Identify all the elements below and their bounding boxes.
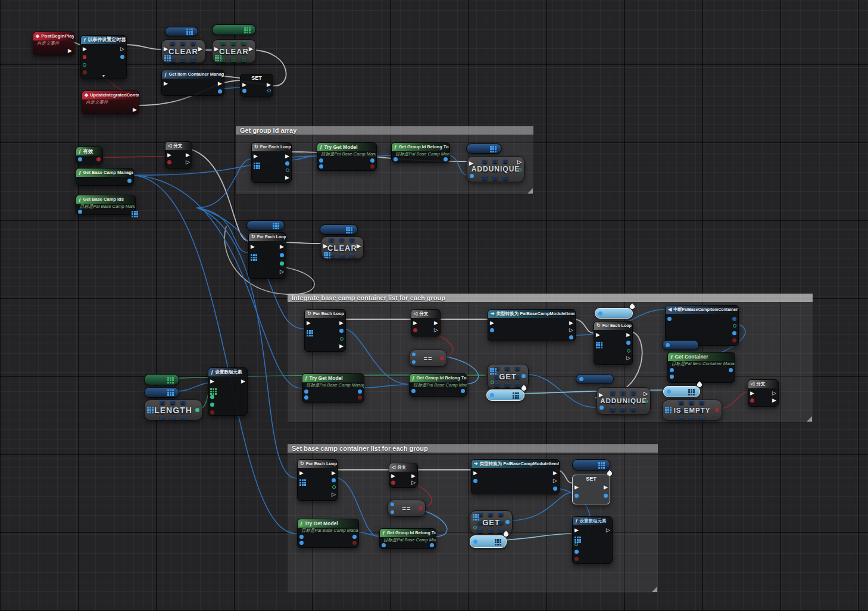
exec-out-pin[interactable]: ▶ xyxy=(218,81,222,86)
object-out-pin[interactable] xyxy=(120,55,124,59)
variable-pill-selected[interactable] xyxy=(470,535,507,548)
object-pin[interactable] xyxy=(598,311,602,316)
item-in-pin[interactable] xyxy=(210,403,214,407)
member-out-pin[interactable] xyxy=(733,324,736,328)
node-length[interactable]: LENGTH xyxy=(144,400,202,420)
array-out-pin[interactable] xyxy=(132,211,133,213)
array-pin[interactable] xyxy=(490,146,492,148)
object-in-pin[interactable] xyxy=(670,375,674,379)
index-out-pin[interactable] xyxy=(332,485,336,489)
loop-body-pin[interactable]: ▶ xyxy=(339,320,344,326)
condition-pin[interactable] xyxy=(167,160,171,164)
array-pin[interactable] xyxy=(167,377,169,379)
array-pin[interactable] xyxy=(244,27,246,29)
exec-out-pin[interactable]: ▶ xyxy=(357,244,361,249)
node-get-container[interactable]: ƒGet Container 目标是Pal Item Container Man… xyxy=(667,352,735,383)
object-pin[interactable] xyxy=(473,540,477,544)
exec-in-pin[interactable]: ▶ xyxy=(574,485,579,490)
object-out-pin[interactable] xyxy=(218,89,222,93)
completed-pin[interactable]: ▷ xyxy=(626,356,630,361)
exec-in-pin[interactable]: ▶ xyxy=(214,46,219,52)
array-in-pin[interactable] xyxy=(299,479,301,481)
array-pin[interactable] xyxy=(164,55,166,57)
object-pin[interactable] xyxy=(667,389,671,394)
object-out-pin[interactable] xyxy=(358,389,362,394)
object-in-pin[interactable] xyxy=(319,158,323,163)
node-set-2-selected[interactable]: SET ▶▶ xyxy=(572,475,610,504)
object-in-pin[interactable] xyxy=(78,157,82,161)
completed-pin[interactable]: ▷ xyxy=(280,269,284,275)
array-in-pin[interactable] xyxy=(254,163,255,164)
object-out-pin[interactable] xyxy=(461,389,465,393)
exec-in-pin[interactable]: ▶ xyxy=(473,470,477,476)
bool-in-pin[interactable] xyxy=(574,557,579,561)
object-in-pin[interactable] xyxy=(319,164,323,169)
variable-pill[interactable] xyxy=(246,220,285,230)
value-in-pin[interactable] xyxy=(391,510,394,514)
variable-pill[interactable] xyxy=(144,374,179,385)
completed-pin[interactable]: ▶ xyxy=(285,175,289,180)
array-pin[interactable] xyxy=(513,392,514,394)
completed-pin[interactable]: ▶ xyxy=(339,344,344,349)
variable-pill[interactable] xyxy=(165,27,198,36)
exec-in-pin[interactable]: ▶ xyxy=(254,154,258,159)
node-get-group-id-belong-to-1[interactable]: ƒGet Group Id Belong To 目标是Pal Base Camp… xyxy=(391,142,450,163)
false-exec-pin[interactable]: ▷ xyxy=(186,160,190,165)
value-in-pin[interactable] xyxy=(412,360,416,364)
variable-pill-selected[interactable] xyxy=(663,386,700,397)
array-pin[interactable] xyxy=(215,55,217,57)
node-equals-2[interactable]: == xyxy=(388,500,426,517)
array-pin[interactable] xyxy=(346,227,348,229)
value-in-pin[interactable] xyxy=(412,353,416,356)
loop-body-pin[interactable]: ▶ xyxy=(332,470,336,476)
element-out-pin[interactable] xyxy=(505,520,510,524)
node-clear-2[interactable]: CLEAR ▶ ▶ xyxy=(212,39,256,63)
object-in-pin[interactable] xyxy=(304,389,308,394)
object-in-pin[interactable] xyxy=(600,406,604,410)
node-for-each-loop-2[interactable]: ↻For Each Loop ▶▶ ▷ xyxy=(248,232,286,279)
exec-in-pin[interactable]: ▶ xyxy=(469,161,474,166)
node-branch-0[interactable]: ◁分支 ▶▶ ▷ xyxy=(165,141,192,169)
object-in-pin[interactable] xyxy=(382,543,386,547)
exec-out-pin[interactable]: ▷ xyxy=(120,46,124,52)
exec-in-pin[interactable]: ▶ xyxy=(307,320,311,326)
variable-pill[interactable] xyxy=(662,340,699,350)
int-out-pin[interactable] xyxy=(195,408,199,412)
exec-out-pin[interactable]: ▶ xyxy=(604,485,608,490)
object-in-pin[interactable] xyxy=(470,174,474,178)
bool-out-pin[interactable] xyxy=(419,506,423,510)
condition-pin[interactable] xyxy=(391,481,395,485)
array-in-pin[interactable] xyxy=(307,330,308,332)
object-in-pin[interactable] xyxy=(242,89,246,93)
exec-in-pin[interactable]: ▶ xyxy=(167,152,171,158)
node-addunique-1[interactable]: ADDUNIQUE ▶ ▷ xyxy=(467,156,524,182)
element-out-pin[interactable] xyxy=(332,478,336,482)
true-exec-pin[interactable]: ▷ xyxy=(772,391,776,396)
node-get-1[interactable]: GET xyxy=(487,364,529,389)
object-in-pin[interactable] xyxy=(394,157,398,161)
index-out-pin[interactable] xyxy=(340,337,344,341)
array-in-pin[interactable] xyxy=(596,342,598,344)
index-out-pin[interactable] xyxy=(518,168,522,172)
bool-in-pin[interactable] xyxy=(210,410,214,414)
delegate-pin[interactable] xyxy=(83,55,86,59)
element-out-pin[interactable] xyxy=(339,329,344,333)
object-out-pin[interactable] xyxy=(729,368,733,372)
variable-pill[interactable] xyxy=(576,374,614,384)
object-in-pin[interactable] xyxy=(299,541,304,545)
object-in-pin[interactable] xyxy=(299,535,304,539)
node-cast-to-storage-1[interactable]: ➜类型转换为 PalBaseCampModuleItemStorage ▶▶ ▷ xyxy=(488,309,576,341)
node-try-get-model-3[interactable]: ƒTry Get Model 目标是Pal Base Camp Manager xyxy=(297,519,359,548)
element-out-pin[interactable] xyxy=(522,374,526,378)
array-in-pin[interactable] xyxy=(665,407,667,409)
index-out-pin[interactable] xyxy=(644,400,648,403)
node-is-empty[interactable]: IS EMPTY xyxy=(662,400,722,420)
node-for-each-loop-5[interactable]: ↻For Each Loop ▶▶ ▷ xyxy=(297,459,338,501)
index-out-pin[interactable] xyxy=(286,169,289,172)
exec-out-pin[interactable]: ▶ xyxy=(241,379,245,384)
array-in-pin[interactable] xyxy=(210,388,212,390)
node-get-group-id-belong-to-3[interactable]: ƒGet Group Id Belong To 目标是Pal Base Camp… xyxy=(379,528,436,549)
variable-pill[interactable] xyxy=(320,225,358,235)
object-out-pin[interactable] xyxy=(352,535,357,539)
exec-in-pin[interactable]: ▶ xyxy=(323,244,328,249)
